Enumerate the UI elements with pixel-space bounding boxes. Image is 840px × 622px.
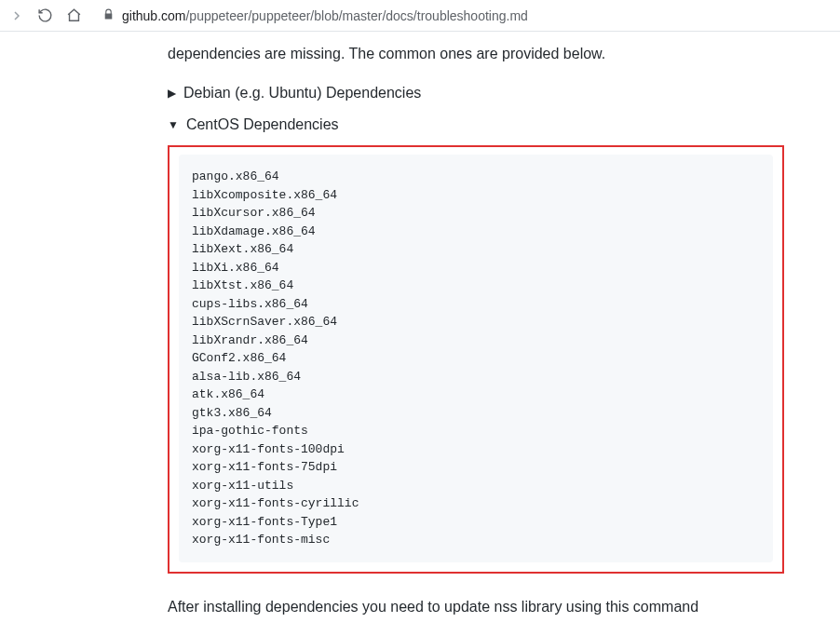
url-text: github.com/puppeteer/puppeteer/blob/mast… bbox=[122, 8, 528, 23]
centos-packages-code[interactable]: pango.x86_64 libXcomposite.x86_64 libXcu… bbox=[179, 155, 773, 562]
address-bar[interactable]: github.com/puppeteer/puppeteer/blob/mast… bbox=[93, 7, 831, 24]
highlighted-code-box: pango.x86_64 libXcomposite.x86_64 libXcu… bbox=[168, 145, 784, 574]
lock-icon bbox=[102, 7, 115, 24]
url-path: /puppeteer/puppeteer/blob/master/docs/tr… bbox=[185, 8, 527, 23]
triangle-down-icon: ▼ bbox=[168, 116, 179, 133]
centos-summary: CentOS Dependencies bbox=[186, 114, 339, 136]
triangle-right-icon: ▶ bbox=[168, 85, 176, 101]
reload-button[interactable] bbox=[37, 7, 53, 23]
markdown-body: dependencies are missing. The common one… bbox=[168, 32, 784, 622]
browser-toolbar: github.com/puppeteer/puppeteer/blob/mast… bbox=[0, 0, 840, 32]
lead-text: dependencies are missing. The common one… bbox=[168, 43, 784, 65]
nav-controls bbox=[9, 7, 82, 23]
page-content: dependencies are missing. The common one… bbox=[0, 32, 840, 622]
home-button[interactable] bbox=[66, 7, 82, 23]
details-debian[interactable]: ▶ Debian (e.g. Ubuntu) Dependencies bbox=[168, 82, 784, 104]
details-centos[interactable]: ▼ CentOS Dependencies bbox=[168, 114, 784, 136]
forward-button[interactable] bbox=[9, 8, 24, 23]
url-host: github.com bbox=[122, 8, 185, 23]
after-install-text: After installing dependencies you need t… bbox=[168, 596, 784, 618]
debian-summary: Debian (e.g. Ubuntu) Dependencies bbox=[183, 82, 421, 104]
